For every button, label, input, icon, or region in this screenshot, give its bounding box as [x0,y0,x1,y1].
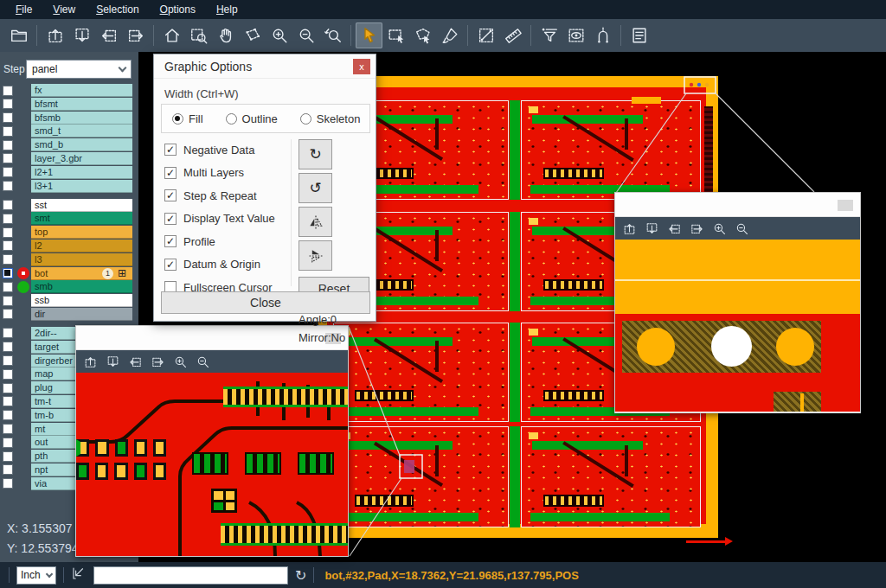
measure-distance-icon[interactable] [472,22,499,48]
radio-circle[interactable] [172,113,183,125]
layer-name[interactable]: smt [31,212,132,225]
layer-checkbox[interactable] [3,328,13,338]
layer-name[interactable]: sst [31,199,132,212]
filter-icon[interactable] [536,22,562,48]
layer-checkbox[interactable] [3,342,13,352]
pan-right-icon[interactable] [690,221,704,236]
layer-checkbox[interactable] [3,438,13,448]
zoom-polygon-icon[interactable] [239,22,266,48]
home-view-icon[interactable] [158,22,185,48]
layer-name[interactable]: smd_t [31,125,132,137]
radio-circle[interactable] [226,113,237,125]
menu-item[interactable]: File [7,1,41,18]
layer-name[interactable]: bfsmt [31,98,132,111]
checkbox[interactable]: ✓ [164,144,177,156]
minimize-button[interactable] [838,200,853,211]
layer-row[interactable]: l3 [0,253,138,266]
layer-name[interactable]: top [31,226,132,239]
magnifier-titlebar[interactable] [615,193,860,217]
layer-row[interactable]: l3+1 [0,180,138,193]
command-input[interactable] [93,566,288,585]
layer-checkbox[interactable] [3,369,13,380]
option-checkbox-row[interactable]: ✓ Display Text Value [164,212,275,226]
pan-up-icon[interactable] [42,22,68,48]
snap-trace-icon[interactable] [589,22,616,48]
layer-row[interactable]: bot 1 ⊞ [0,267,138,280]
checkbox[interactable]: ✓ [164,235,177,247]
corner-pick-icon[interactable] [71,566,87,585]
layer-checkbox[interactable] [3,126,13,137]
layer-checkbox[interactable] [3,383,13,393]
layer-name[interactable]: fx [31,84,132,97]
layer-row[interactable]: fx [0,84,138,97]
pan-down-icon[interactable] [106,355,120,369]
rotate-ccw-icon[interactable]: ↺ [299,173,332,203]
checkbox[interactable]: ✓ [164,259,177,271]
layer-checkbox[interactable] [3,464,13,475]
option-checkbox-row[interactable]: ✓ Step & Repeat [164,189,275,202]
zoom-in-icon[interactable] [266,22,292,48]
width-mode-radio[interactable]: Outline [226,112,278,125]
option-checkbox-row[interactable]: ✓ Negative Data [164,143,275,157]
inspect-eye-icon[interactable] [562,22,589,48]
zoom-window-icon[interactable] [185,22,212,48]
unit-select[interactable]: Inch [16,566,56,585]
mirror-vertical-icon[interactable] [299,240,332,271]
layer-name[interactable]: smd_b [31,138,132,151]
dialog-titlebar[interactable]: Graphic Options x [154,54,376,79]
zoom-out-icon[interactable] [196,355,210,369]
layer-checkbox[interactable] [3,282,13,292]
option-checkbox-row[interactable]: ✓ Datum & Origin [164,258,275,272]
pan-left-icon[interactable] [95,22,122,48]
layer-checkbox[interactable] [3,309,13,319]
layer-checkbox[interactable] [3,112,13,123]
layer-checkbox[interactable] [3,478,13,489]
layer-name[interactable]: ssb [31,294,132,307]
layer-name[interactable]: layer_3.gbr [31,152,132,165]
pan-hand-icon[interactable] [212,22,239,48]
layer-row[interactable]: smb [0,280,138,293]
layer-checkbox[interactable] [3,355,13,366]
layer-row[interactable]: sst [0,199,138,212]
layer-checkbox[interactable] [3,240,13,251]
layer-row[interactable]: smd_t [0,125,138,137]
open-folder-icon[interactable] [5,22,32,48]
layer-checkbox[interactable] [3,227,13,238]
layer-name[interactable]: l2+1 [31,166,132,179]
zoom-in-icon[interactable] [173,355,188,369]
layer-row[interactable]: dir [0,308,138,321]
rotate-cw-icon[interactable]: ↻ [299,139,332,169]
pan-up-icon[interactable] [622,221,637,236]
layer-row[interactable]: top [0,226,138,239]
menu-item[interactable]: Options [151,1,204,18]
layer-checkbox[interactable] [3,254,13,265]
pan-down-icon[interactable] [645,221,659,236]
layer-table-icon[interactable] [626,22,652,48]
radio-circle[interactable] [300,113,311,125]
layer-checkbox[interactable] [3,296,13,306]
layer-checkbox[interactable] [3,86,13,96]
layer-row[interactable]: smd_b [0,138,138,151]
layer-checkbox[interactable] [3,140,13,150]
layer-checkbox[interactable] [3,181,13,191]
measure-ruler-icon[interactable] [499,22,526,48]
menu-item[interactable]: Help [208,1,247,18]
menu-item[interactable]: Selection [87,1,147,18]
layer-checkbox[interactable] [3,214,13,224]
layer-checkbox[interactable] [3,268,13,278]
select-cursor-icon[interactable] [356,22,382,48]
layer-checkbox[interactable] [3,99,13,109]
zoom-previous-icon[interactable] [319,22,346,48]
width-mode-radio[interactable]: Skeleton [300,112,361,125]
close-button[interactable]: Close [161,291,370,314]
width-mode-radio[interactable]: Fill [172,112,203,125]
magnifier-view[interactable] [615,240,860,412]
layer-name[interactable]: smb [31,280,132,293]
checkbox[interactable]: ✓ [164,189,177,201]
pan-left-icon[interactable] [667,221,682,236]
zoom-out-icon[interactable] [735,221,749,236]
layer-row[interactable]: bfsmb [0,112,138,125]
pan-right-icon[interactable] [151,355,165,369]
layer-row[interactable]: l2 [0,240,138,252]
layer-row[interactable]: ssb [0,294,138,307]
